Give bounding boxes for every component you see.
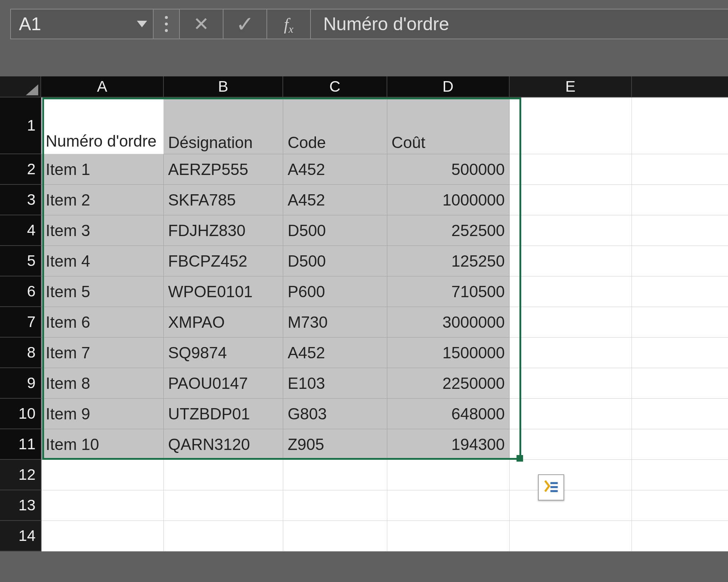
cell-E8[interactable] — [510, 338, 632, 368]
cell-D11[interactable]: 194300 — [387, 429, 510, 460]
cell-B4[interactable]: FDJHZ830 — [164, 215, 283, 246]
cell-C14[interactable] — [283, 521, 387, 551]
cell-A10[interactable]: Item 9 — [41, 399, 164, 429]
cell-A12[interactable] — [41, 460, 164, 490]
cell-C12[interactable] — [283, 460, 387, 490]
row-header-10[interactable]: 10 — [0, 399, 41, 429]
row-header-12[interactable]: 12 — [0, 460, 41, 490]
row-header-1[interactable]: 1 — [0, 97, 41, 154]
cell-C8[interactable]: A452 — [283, 338, 387, 368]
cell-A11[interactable]: Item 10 — [41, 429, 164, 460]
cell-D10[interactable]: 648000 — [387, 399, 510, 429]
cell-F7[interactable] — [632, 307, 728, 338]
cell-B12[interactable] — [164, 460, 283, 490]
row-header-5[interactable]: 5 — [0, 246, 41, 276]
cancel-button[interactable]: ✕ — [180, 9, 223, 39]
column-header-D[interactable]: D — [387, 76, 510, 97]
cell-E11[interactable] — [510, 429, 632, 460]
cell-B9[interactable]: PAOU0147 — [164, 368, 283, 399]
cell-F3[interactable] — [632, 185, 728, 215]
row-header-6[interactable]: 6 — [0, 276, 41, 307]
column-header-E[interactable]: E — [510, 76, 632, 97]
column-header-F-partial[interactable] — [632, 76, 728, 97]
cell-C1[interactable]: Code — [283, 97, 387, 154]
cell-B10[interactable]: UTZBDP01 — [164, 399, 283, 429]
column-header-B[interactable]: B — [164, 76, 283, 97]
row-header-11[interactable]: 11 — [0, 429, 41, 460]
cell-F9[interactable] — [632, 368, 728, 399]
cell-C3[interactable]: A452 — [283, 185, 387, 215]
cell-F4[interactable] — [632, 215, 728, 246]
cell-D1[interactable]: Coût — [387, 97, 510, 154]
cell-C2[interactable]: A452 — [283, 154, 387, 185]
cell-A9[interactable]: Item 8 — [41, 368, 164, 399]
cell-B14[interactable] — [164, 521, 283, 551]
cell-E6[interactable] — [510, 276, 632, 307]
cell-E1[interactable] — [510, 97, 632, 154]
cell-E5[interactable] — [510, 246, 632, 276]
cell-F13[interactable] — [632, 490, 728, 521]
cell-C7[interactable]: M730 — [283, 307, 387, 338]
cell-F1[interactable] — [632, 97, 728, 154]
name-box-dropdown-icon[interactable] — [137, 21, 147, 27]
cell-C9[interactable]: E103 — [283, 368, 387, 399]
row-header-3[interactable]: 3 — [0, 185, 41, 215]
cell-F14[interactable] — [632, 521, 728, 551]
cell-B6[interactable]: WPOE0101 — [164, 276, 283, 307]
cell-D2[interactable]: 500000 — [387, 154, 510, 185]
name-box[interactable]: A1 — [10, 9, 154, 39]
cell-A5[interactable]: Item 4 — [41, 246, 164, 276]
column-header-A[interactable]: A — [41, 76, 163, 97]
cell-B2[interactable]: AERZP555 — [164, 154, 283, 185]
insert-function-button[interactable]: fx — [267, 9, 311, 39]
cell-A3[interactable]: Item 2 — [41, 185, 164, 215]
row-header-13[interactable]: 13 — [0, 490, 41, 521]
cell-B1[interactable]: Désignation — [164, 97, 283, 154]
cell-E12[interactable] — [510, 460, 632, 490]
enter-button[interactable]: ✓ — [223, 9, 267, 39]
cell-E4[interactable] — [510, 215, 632, 246]
cell-C4[interactable]: D500 — [283, 215, 387, 246]
cell-E9[interactable] — [510, 368, 632, 399]
cell-F6[interactable] — [632, 276, 728, 307]
cell-B8[interactable]: SQ9874 — [164, 338, 283, 368]
cell-A8[interactable]: Item 7 — [41, 338, 164, 368]
column-header-C[interactable]: C — [283, 76, 387, 97]
formula-input[interactable]: Numéro d'ordre — [311, 9, 728, 39]
cell-F12[interactable] — [632, 460, 728, 490]
cell-C10[interactable]: G803 — [283, 399, 387, 429]
cell-F2[interactable] — [632, 154, 728, 185]
cell-B3[interactable]: SKFA785 — [164, 185, 283, 215]
row-header-8[interactable]: 8 — [0, 338, 41, 368]
cell-A4[interactable]: Item 3 — [41, 215, 164, 246]
cell-D3[interactable]: 1000000 — [387, 185, 510, 215]
cell-B5[interactable]: FBCPZ452 — [164, 246, 283, 276]
cell-B13[interactable] — [164, 490, 283, 521]
cell-E7[interactable] — [510, 307, 632, 338]
cell-A13[interactable] — [41, 490, 164, 521]
cell-F5[interactable] — [632, 246, 728, 276]
cell-F10[interactable] — [632, 399, 728, 429]
cell-C6[interactable]: P600 — [283, 276, 387, 307]
cell-F11[interactable] — [632, 429, 728, 460]
cell-A2[interactable]: Item 1 — [41, 154, 164, 185]
cell-C13[interactable] — [283, 490, 387, 521]
cell-E3[interactable] — [510, 185, 632, 215]
cell-F8[interactable] — [632, 338, 728, 368]
cell-A6[interactable]: Item 5 — [41, 276, 164, 307]
cell-D6[interactable]: 710500 — [387, 276, 510, 307]
cell-A1[interactable]: Numéro d'ordre — [41, 97, 164, 154]
row-header-4[interactable]: 4 — [0, 215, 41, 246]
cell-E10[interactable] — [510, 399, 632, 429]
cell-D12[interactable] — [387, 460, 510, 490]
row-header-14[interactable]: 14 — [0, 521, 41, 551]
cell-D14[interactable] — [387, 521, 510, 551]
cell-B7[interactable]: XMPAO — [164, 307, 283, 338]
row-header-2[interactable]: 2 — [0, 154, 41, 185]
cell-E13[interactable] — [510, 490, 632, 521]
cell-C11[interactable]: Z905 — [283, 429, 387, 460]
cell-E2[interactable] — [510, 154, 632, 185]
cell-D4[interactable]: 252500 — [387, 215, 510, 246]
quick-analysis-button[interactable] — [538, 474, 564, 501]
cell-E14[interactable] — [510, 521, 632, 551]
